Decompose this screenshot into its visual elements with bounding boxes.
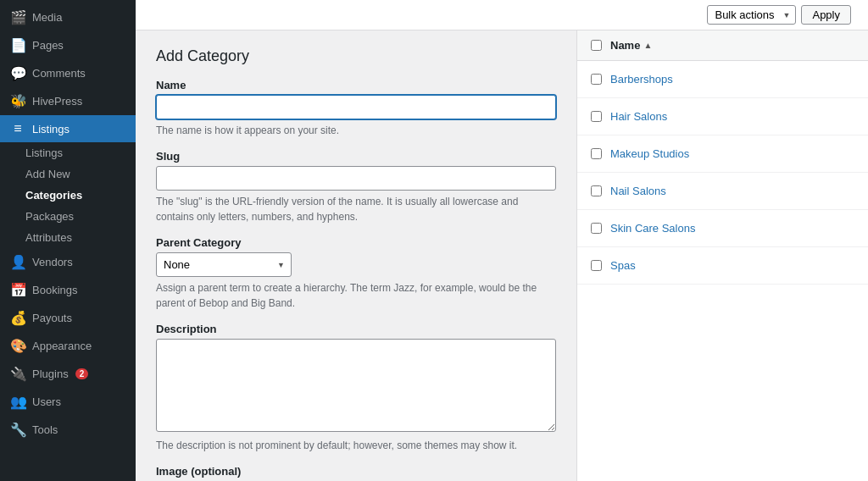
row-checkbox-spas[interactable] [591,260,602,271]
description-label: Description [156,323,556,335]
row-checkbox-barbershops[interactable] [591,74,602,85]
list-header: Name ▲ [577,30,868,61]
bulk-select-wrap: Bulk actions Delete [707,5,796,25]
slug-hint: The "slug" is the URL-friendly version o… [156,194,556,224]
sidebar-item-label: Appearance [32,340,92,352]
name-field: Name The name is how it appears on your … [156,79,556,138]
parent-hint: Assign a parent term to create a hierarc… [156,280,556,311]
sidebar-item-label: Vendors [32,256,73,268]
sidebar-item-label: Listings [32,123,70,135]
add-category-form: Add Category Name The name is how it app… [136,30,576,481]
sidebar-item-tools[interactable]: 🔧 Tools [0,416,136,444]
row-checkbox-nail-salons[interactable] [591,185,602,196]
sidebar-item-label: Bookings [32,284,77,296]
sidebar-item-label: Tools [32,423,58,436]
name-label: Name [156,79,556,91]
media-icon: 🎬 [10,9,25,25]
content-area: Add Category Name The name is how it app… [136,30,868,481]
apply-button[interactable]: Apply [801,5,851,25]
image-label: Image (optional) [156,465,556,478]
main-area: Bulk actions Delete Apply Add Category N… [136,0,868,481]
row-checkbox-makeup-studios[interactable] [591,148,602,159]
description-hint: The description is not prominent by defa… [156,438,556,453]
name-hint: The name is how it appears on your site. [156,123,556,138]
bulk-actions-select[interactable]: Bulk actions Delete [707,5,796,25]
sidebar-sub-add-new[interactable]: Add New [0,163,136,185]
list-item: Hair Salons [577,98,868,135]
users-icon: 👥 [10,394,25,410]
category-link-hair-salons[interactable]: Hair Salons [610,110,667,123]
row-checkbox-hair-salons[interactable] [591,111,602,122]
payouts-icon: 💰 [10,310,25,326]
sidebar-item-pages[interactable]: 📄 Pages [0,31,136,59]
form-title: Add Category [156,47,556,65]
list-item: Spas [577,247,868,285]
list-item: Skin Care Salons [577,210,868,247]
parent-select-wrap: None [156,252,292,277]
sidebar-item-hivepress[interactable]: 🐝 HivePress [0,87,136,115]
sidebar-item-media[interactable]: 🎬 Media [0,3,136,31]
select-all-checkbox[interactable] [591,40,602,51]
row-checkbox-skin-care-salons[interactable] [591,223,602,234]
comments-icon: 💬 [10,65,25,81]
appearance-icon: 🎨 [10,338,25,354]
sidebar-item-label: HivePress [32,95,82,108]
list-item: Nail Salons [577,173,868,210]
sidebar-item-comments[interactable]: 💬 Comments [0,59,136,87]
sidebar-sub-attributes[interactable]: Attributes [0,227,136,248]
sidebar-item-users[interactable]: 👥 Users [0,388,136,416]
bulk-actions-wrap: Bulk actions Delete Apply [707,5,851,25]
sidebar-item-label: Pages [32,39,64,52]
sidebar: 🎬 Media 📄 Pages 💬 Comments 🐝 HivePress ≡… [0,0,136,481]
pages-icon: 📄 [10,37,25,53]
topbar: Bulk actions Delete Apply [136,0,868,30]
plugins-badge: 2 [75,368,89,379]
plugins-icon: 🔌 [10,366,25,382]
slug-field: Slug The "slug" is the URL-friendly vers… [156,150,556,224]
sidebar-item-label: Payouts [32,312,72,324]
sidebar-item-label: Media [32,11,62,24]
name-input[interactable] [156,95,556,119]
category-link-barbershops[interactable]: Barbershops [610,73,673,86]
parent-category-field: Parent Category None Assign a parent ter… [156,236,556,311]
tools-icon: 🔧 [10,422,25,438]
vendors-icon: 👤 [10,254,25,270]
sidebar-sub-categories[interactable]: Categories [0,185,136,206]
listings-icon: ≡ [10,121,25,136]
sidebar-sub-packages[interactable]: Packages [0,206,136,227]
sidebar-item-vendors[interactable]: 👤 Vendors [0,248,136,276]
slug-input[interactable] [156,166,556,191]
description-textarea[interactable] [156,339,556,432]
sidebar-item-label: Users [32,395,61,408]
sort-icon: ▲ [643,41,652,50]
image-field: Image (optional) Select Image [156,465,556,481]
sidebar-item-payouts[interactable]: 💰 Payouts [0,304,136,332]
list-item: Makeup Studios [577,135,868,173]
listings-submenu: Listings Add New Categories Packages Att… [0,142,136,248]
sidebar-sub-listings[interactable]: Listings [0,142,136,163]
category-link-spas[interactable]: Spas [610,259,636,272]
category-list: Name ▲ Barbershops Hair Salons Makeup St… [576,30,868,481]
sidebar-item-label: Plugins [32,368,69,380]
category-link-makeup-studios[interactable]: Makeup Studios [610,147,689,160]
sidebar-item-plugins[interactable]: 🔌 Plugins 2 [0,360,136,388]
description-field: Description The description is not promi… [156,323,556,453]
slug-label: Slug [156,150,556,163]
hivepress-icon: 🐝 [10,93,25,109]
parent-label: Parent Category [156,236,556,249]
sidebar-item-bookings[interactable]: 📅 Bookings [0,276,136,304]
category-link-nail-salons[interactable]: Nail Salons [610,185,666,197]
bookings-icon: 📅 [10,282,25,298]
category-link-skin-care-salons[interactable]: Skin Care Salons [610,222,695,235]
sidebar-item-listings[interactable]: ≡ Listings [0,115,136,142]
parent-select[interactable]: None [156,252,292,277]
sidebar-item-appearance[interactable]: 🎨 Appearance [0,332,136,360]
list-item: Barbershops [577,61,868,98]
sidebar-item-label: Comments [32,67,86,80]
name-column-header: Name ▲ [610,39,652,52]
